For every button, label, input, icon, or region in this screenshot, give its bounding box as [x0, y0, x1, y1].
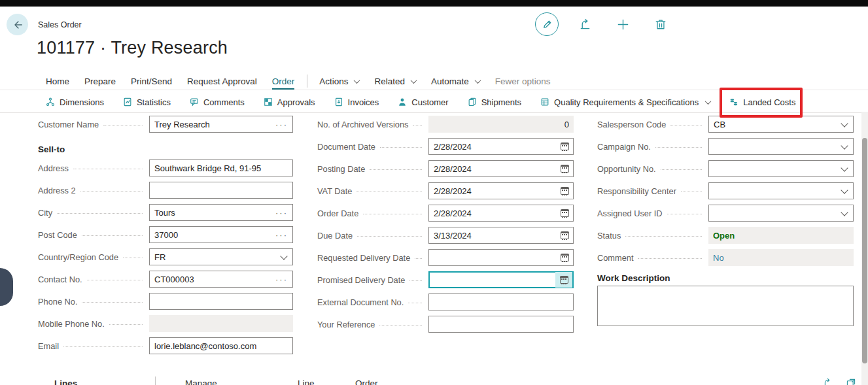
address2-input[interactable]	[149, 182, 293, 199]
new-button[interactable]	[611, 12, 634, 36]
field-phone-no: Phone No.	[38, 293, 293, 310]
promised-delivery-input-focused[interactable]	[428, 271, 574, 288]
field-customer-name: Customer Name Trey Research···	[38, 116, 293, 133]
menu-home[interactable]: Home	[46, 76, 69, 86]
lookup-button[interactable]: ···	[271, 231, 288, 239]
menu-request-approval[interactable]: Request Approval	[187, 76, 257, 86]
toolbar-customer-label: Customer	[411, 97, 448, 107]
menu-prepare[interactable]: Prepare	[84, 76, 116, 86]
your-reference-input[interactable]	[428, 316, 574, 333]
address-label: Address	[38, 163, 69, 173]
responsibility-select[interactable]	[708, 182, 854, 199]
toolbar-invoices[interactable]: Invoices	[334, 97, 379, 107]
chevron-down-icon[interactable]	[841, 186, 848, 193]
post-code-label: Post Code	[38, 230, 77, 240]
assigned-user-label: Assigned User ID	[597, 209, 663, 218]
contact-input[interactable]: CT000003···	[149, 271, 293, 288]
document-date-input[interactable]: 2/28/2024	[428, 138, 574, 155]
leader-dots	[415, 258, 422, 259]
customer-name-input[interactable]: Trey Research···	[149, 116, 293, 133]
work-description-textarea[interactable]	[597, 286, 854, 326]
field-address-2: Address 2	[38, 182, 293, 199]
calendar-button[interactable]	[556, 183, 573, 199]
address-input[interactable]: Southwark Bridge Rd, 91-95	[149, 159, 293, 176]
phone-input[interactable]	[149, 293, 293, 310]
popout-icon[interactable]	[846, 378, 856, 385]
toolbar-dimensions[interactable]: Dimensions	[46, 97, 104, 107]
lines-line-menu[interactable]: Line	[298, 378, 315, 385]
toolbar-comments[interactable]: Comments	[190, 97, 245, 107]
lines-order-menu[interactable]: Order	[355, 378, 378, 385]
menu-fewer-options[interactable]: Fewer options	[495, 76, 551, 86]
opportunity-select[interactable]	[708, 160, 854, 177]
menu-related[interactable]: Related	[374, 76, 416, 86]
campaign-select[interactable]	[708, 138, 854, 155]
posting-date-input[interactable]: 2/28/2024	[428, 160, 574, 177]
salesperson-select[interactable]: CB	[708, 116, 854, 133]
lines-section-header: Lines Manage Line Order	[0, 377, 868, 385]
calendar-button[interactable]	[556, 139, 573, 154]
post-code-input[interactable]: 37000···	[149, 226, 293, 243]
back-button[interactable]	[7, 14, 28, 35]
chevron-down-icon[interactable]	[280, 252, 287, 259]
lines-manage-menu[interactable]: Manage	[185, 378, 217, 385]
delete-button[interactable]	[649, 12, 672, 36]
menu-actions[interactable]: Actions	[319, 76, 359, 86]
country-select[interactable]: FR	[149, 248, 293, 265]
toolbar-approvals[interactable]: Approvals	[264, 97, 315, 107]
assigned-user-select[interactable]	[708, 205, 854, 222]
chevron-down-icon[interactable]	[841, 209, 848, 216]
field-requested-delivery-date: Requested Delivery Date	[317, 249, 574, 266]
field-order-date: Order Date 2/28/2024	[317, 205, 574, 222]
chevron-down-icon	[474, 77, 481, 84]
lookup-button[interactable]: ···	[271, 275, 288, 284]
vat-date-label: VAT Date	[317, 186, 352, 196]
calendar-button[interactable]	[556, 205, 573, 221]
toolbar-statistics[interactable]: Statistics	[123, 97, 171, 107]
order-date-input[interactable]: 2/28/2024	[428, 205, 574, 222]
toolbar-landed-costs[interactable]: Landed Costs	[729, 97, 795, 107]
menu-automate[interactable]: Automate	[431, 76, 480, 86]
calendar-button[interactable]	[555, 272, 572, 288]
customer-name-value: Trey Research	[154, 120, 271, 129]
lookup-button[interactable]: ···	[271, 209, 288, 217]
share-icon[interactable]	[822, 378, 833, 385]
calendar-button[interactable]	[556, 161, 573, 176]
field-post-code: Post Code 37000···	[38, 226, 293, 243]
requested-delivery-label: Requested Delivery Date	[317, 253, 410, 263]
toolbar-quality-requirements[interactable]: Quality Requirements & Specifications	[540, 97, 710, 107]
leader-dots	[63, 346, 143, 347]
lines-tab[interactable]: Lines	[54, 378, 77, 385]
external-document-input[interactable]	[428, 293, 574, 310]
toolbar-customer[interactable]: Customer	[398, 97, 448, 107]
scrollbar-thumb[interactable]	[862, 138, 867, 363]
chevron-down-icon[interactable]	[841, 142, 848, 149]
due-date-input[interactable]: 3/13/2024	[428, 227, 574, 244]
field-address: Address Southwark Bridge Rd, 91-95	[38, 159, 293, 176]
calendar-icon	[561, 165, 569, 173]
email-label: Email	[38, 341, 59, 351]
address-value: Southwark Bridge Rd, 91-95	[154, 163, 288, 173]
leader-dots	[661, 169, 702, 170]
chevron-down-icon[interactable]	[841, 120, 848, 127]
vertical-scrollbar[interactable]	[861, 112, 868, 385]
comment-indicator[interactable]: No	[708, 249, 854, 266]
landed-costs-icon	[729, 97, 738, 107]
order-date-value: 2/28/2024	[434, 209, 556, 218]
menu-print-send[interactable]: Print/Send	[131, 76, 172, 86]
share-button[interactable]	[573, 12, 597, 36]
toolbar-shipments[interactable]: Shipments	[468, 97, 521, 107]
menu-order[interactable]: Order	[272, 76, 295, 90]
city-input[interactable]: Tours···	[149, 204, 293, 221]
edit-button[interactable]	[535, 12, 559, 36]
email-input[interactable]: lorie.leblanc@contoso.com	[149, 337, 293, 354]
calendar-button[interactable]	[556, 227, 573, 243]
trash-icon	[655, 18, 667, 30]
lookup-button[interactable]: ···	[271, 120, 288, 129]
calendar-button[interactable]	[556, 250, 573, 265]
requested-delivery-input[interactable]	[428, 249, 574, 266]
side-panel-handle[interactable]	[0, 268, 13, 306]
approvals-icon	[264, 97, 273, 107]
chevron-down-icon[interactable]	[841, 164, 848, 171]
vat-date-input[interactable]: 2/28/2024	[428, 182, 574, 199]
